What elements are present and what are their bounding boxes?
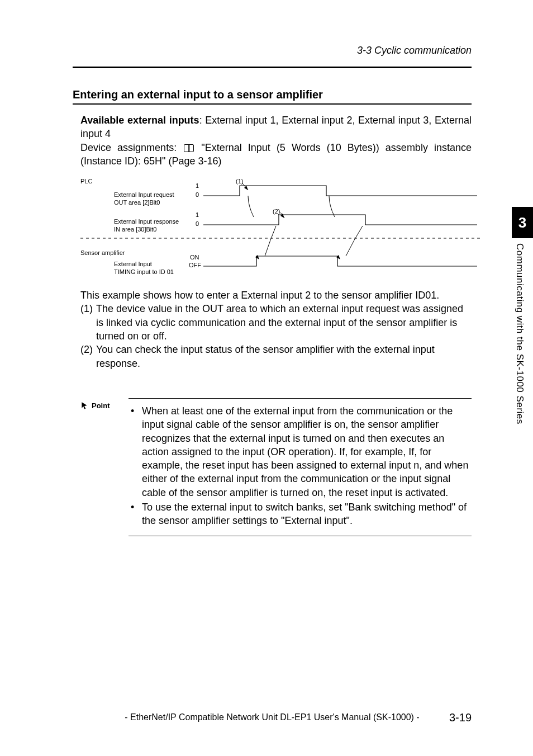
footer-title: - EtherNet/IP Compatible Network Unit DL… [125,712,419,722]
book-icon [184,144,194,152]
numbered-list: (1) The device value in the OUT area to … [73,302,472,370]
section-heading: Entering an external input to a sensor a… [73,88,472,101]
list-item-2: (2) You can check the input status of th… [80,343,472,370]
point-bullet-1: • When at least one of the external inpu… [131,404,469,499]
svg-marker-3 [336,255,340,259]
chapter-tab: 3 [512,207,533,238]
intro-bold: Available external inputs [80,115,199,126]
point-content: • When at least one of the external inpu… [129,398,472,536]
point-label: Point [80,398,129,410]
point-bullet-2: • To use the external input to switch ba… [131,500,469,528]
pointer-icon [80,401,88,409]
sidebar-title: Communicating with the SK-1000 Series [514,243,525,424]
item2-text: You can check the input status of the se… [96,343,472,370]
footer: - EtherNet/IP Compatible Network Unit DL… [0,712,533,722]
item1-text: The device value in the OUT area to whic… [96,302,472,343]
diagram-svg [80,178,483,278]
bullet2-text: To use the external input to switch bank… [142,500,469,528]
list-item-1: (1) The device value in the OUT area to … [80,302,472,343]
device-paragraph: Device assignments: "External Input (5 W… [73,141,472,168]
header-breadcrumb: 3-3 Cyclic communication [73,45,472,56]
intro-paragraph: Available external inputs: External inpu… [73,114,472,141]
svg-marker-1 [280,214,284,218]
section-rule [73,103,472,105]
header-rule [73,67,472,68]
bullet1-text: When at least one of the external input … [142,404,469,499]
device-prefix: Device assignments: [80,142,183,153]
page-number: 3-19 [449,711,472,724]
point-box: Point • When at least one of the externa… [80,398,472,536]
svg-marker-2 [255,255,259,259]
item1-num: (1) [80,302,96,343]
point-text: Point [92,401,110,410]
item2-num: (2) [80,343,96,370]
example-intro: This example shows how to enter a Extern… [73,289,472,302]
timing-diagram: PLC External Input request OUT area [2]B… [80,178,472,278]
